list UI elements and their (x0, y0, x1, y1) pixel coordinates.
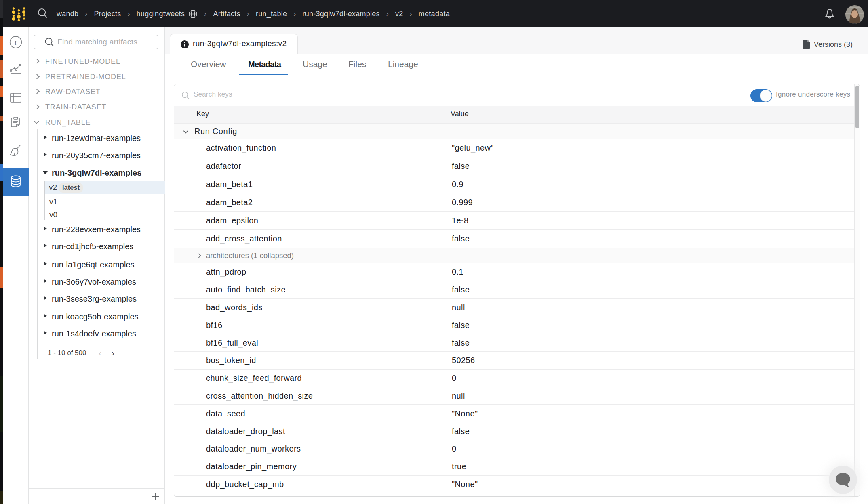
svg-text:i: i (15, 38, 17, 46)
